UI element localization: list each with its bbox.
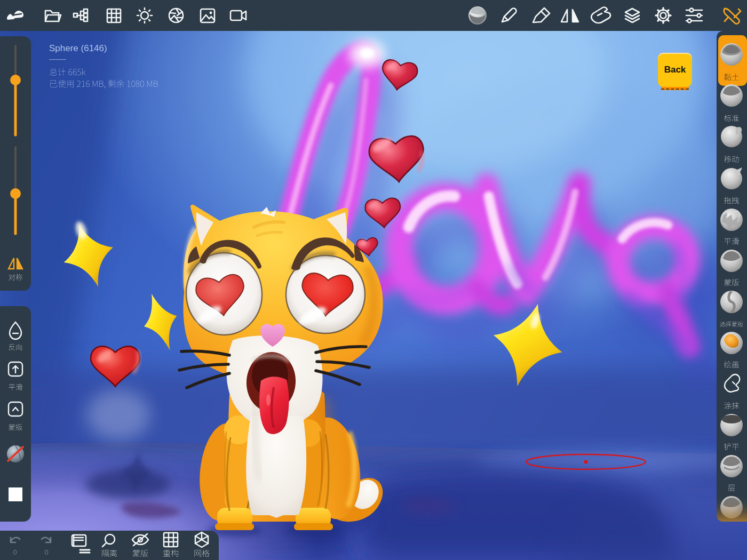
svg-text:0: 0: [13, 548, 17, 556]
svg-text:0: 0: [44, 548, 48, 556]
